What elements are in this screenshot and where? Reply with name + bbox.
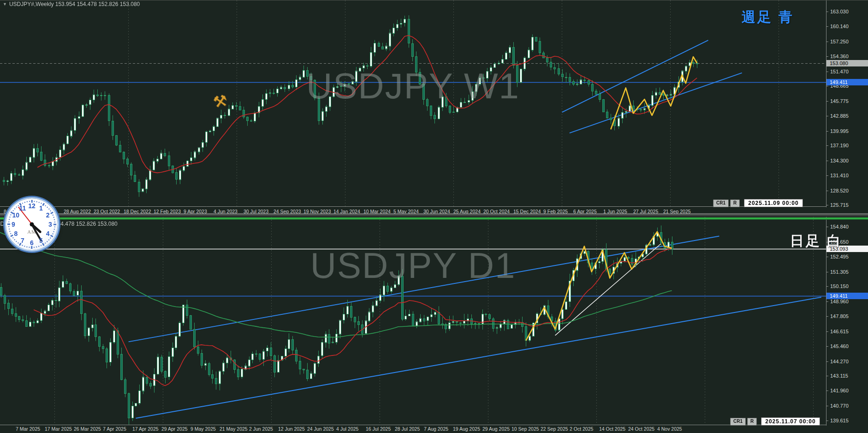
date-tick-label: 16 Jul 2025 [366, 426, 391, 432]
price-tick-mark [826, 376, 828, 376]
r-button[interactable]: R [730, 199, 740, 207]
clock-tick-mark [45, 205, 46, 206]
price-tick-mark [826, 257, 828, 257]
price-tick-mark [826, 26, 828, 27]
clock-tick-mark [50, 237, 51, 238]
clock-tick-mark [14, 239, 15, 240]
clock-tick-mark [52, 215, 53, 216]
clock-tick-mark [54, 229, 55, 229]
price-tick-mark [826, 406, 828, 406]
clock-tick-mark [36, 247, 37, 247]
clock-tick-mark [9, 219, 10, 220]
price-tick-label: 145.775 [830, 98, 849, 104]
clock-tick-mark [16, 241, 17, 242]
date-tick-label: 19 Aug 2025 [453, 426, 480, 432]
price-tick-mark [826, 205, 828, 205]
green-resistance-band [0, 217, 868, 220]
clock-tick-mark [48, 208, 49, 209]
price-tick-mark [826, 42, 828, 42]
price-tick-label: 139.995 [830, 128, 849, 134]
r-button[interactable]: R [747, 418, 757, 426]
price-tick-label: 151.305 [830, 269, 849, 275]
daily-candle-time: 2025.11.07 00:00 [761, 417, 820, 426]
clock-tick-mark [54, 226, 55, 227]
date-tick-label: 21 May 2025 [220, 426, 248, 432]
price-tick-mark [826, 316, 828, 317]
price-tick-mark [826, 361, 828, 362]
clock-number: 8 [12, 230, 19, 237]
chart-menu-arrow-icon[interactable]: ▼ [3, 2, 7, 6]
clock-tick-mark [31, 200, 33, 203]
price-tick-label: 160.140 [830, 24, 849, 29]
price-tick-label: 154.840 [830, 224, 849, 229]
date-tick-label: 28 Jul 2025 [395, 426, 420, 432]
weekly-corner-label: 週足 青 [742, 8, 794, 27]
price-tick-mark [826, 286, 828, 287]
price-tick-mark [826, 72, 828, 72]
clock-number: 5 [37, 237, 45, 244]
price-tick-label: 125.715 [830, 202, 849, 208]
price-value-box: 149.411 [826, 79, 868, 85]
weekly-header-label: USDJPY#,Weekly 153.954 154.478 152.826 1… [9, 1, 140, 7]
date-tick-label: 2 Oct 2025 [570, 426, 593, 432]
clock-tick-mark [8, 226, 9, 227]
price-tick-mark [826, 227, 828, 227]
price-tick-mark [826, 56, 828, 57]
weekly-price-axis[interactable]: 163.030160.140157.250154.360151.470148.6… [826, 0, 868, 207]
clock-number: 1 [37, 204, 45, 212]
date-tick-label: 7 Apr 2025 [103, 426, 126, 432]
clock-number: 3 [47, 221, 54, 228]
daily-date-axis[interactable]: 7 Mar 202517 Mar 202526 Mar 20257 Apr 20… [0, 426, 826, 432]
clock-tick-mark [22, 203, 23, 204]
clock-tick-mark [53, 231, 54, 232]
date-tick-label: 12 Jun 2025 [278, 426, 305, 432]
price-tick-label: 139.615 [830, 418, 849, 423]
weekly-chart-header: ▼USDJPY#,Weekly 153.954 154.478 152.826 … [3, 1, 140, 7]
price-tick-mark [826, 331, 828, 332]
clock-tick-mark [38, 202, 39, 203]
date-tick-label: 4 Jul 2025 [336, 426, 358, 432]
clock-tick-mark [47, 207, 48, 208]
clock-tick-mark [7, 224, 10, 225]
price-tick-label: 142.885 [830, 113, 849, 119]
price-tick-mark [826, 421, 828, 421]
price-tick-label: 147.805 [830, 313, 849, 319]
daily-chart-plot[interactable] [0, 217, 826, 426]
price-tick-mark [826, 272, 828, 272]
clock-number: 6 [28, 239, 36, 247]
price-tick-label: 152.495 [830, 254, 849, 259]
date-tick-label: 7 Mar 2025 [16, 426, 40, 432]
clock-tick-mark [41, 203, 42, 204]
price-tick-label: 163.030 [830, 9, 849, 14]
clock-tick-mark [10, 215, 11, 216]
daily-indicator-toolbar: CR1 R 2025.11.07 00:00 [730, 417, 820, 426]
price-tick-label: 134.300 [830, 158, 849, 163]
cr1-button[interactable]: CR1 [713, 199, 729, 207]
clock-tick-mark [14, 208, 15, 209]
date-tick-label: 9 May 2025 [190, 426, 216, 432]
clock-tick-mark [9, 217, 10, 218]
clock-tick-mark [53, 217, 54, 218]
weekly-chart-plot[interactable] [0, 0, 826, 207]
cr1-button[interactable]: CR1 [730, 418, 746, 426]
price-tick-label: 143.115 [830, 373, 848, 379]
clock-tick-mark [45, 242, 46, 243]
date-tick-label: 10 Sep 2025 [511, 426, 539, 432]
date-tick-label: 29 Apr 2025 [161, 426, 188, 432]
clock-tick-mark [38, 246, 39, 247]
weekly-indicator-toolbar: CR1 R 2025.11.09 00:00 [713, 199, 803, 207]
clock-tick-mark [16, 207, 17, 208]
price-tick-label: 150.150 [830, 283, 849, 289]
daily-corner-label: 日足 白 [790, 232, 843, 251]
price-tick-mark [826, 131, 828, 132]
price-tick-label: 157.250 [830, 39, 849, 44]
price-tick-label: 137.190 [830, 143, 849, 148]
clock-tick-mark [54, 224, 56, 225]
price-tick-mark [826, 116, 828, 116]
price-tick-label: 145.460 [830, 343, 849, 349]
price-tick-label: 146.615 [830, 329, 849, 334]
panel-splitter[interactable] [0, 213, 868, 217]
price-tick-mark [826, 145, 828, 146]
clock-number: 4 [44, 230, 52, 237]
date-tick-label: 22 Sep 2025 [541, 426, 568, 432]
